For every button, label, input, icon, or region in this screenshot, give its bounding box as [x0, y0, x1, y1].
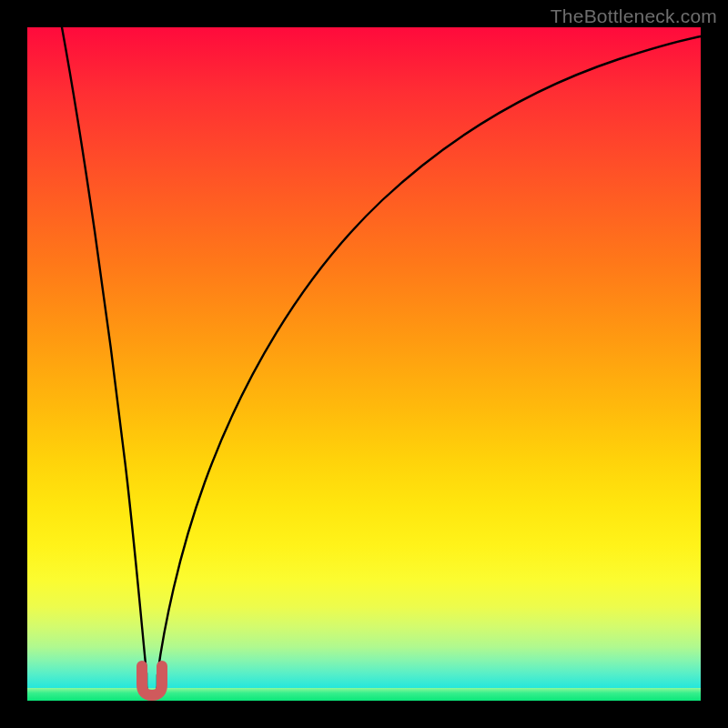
plot-area — [27, 27, 701, 701]
minimum-marker — [142, 666, 162, 695]
bottleneck-curve-svg — [27, 27, 701, 701]
outer-black-frame: TheBottleneck.com — [0, 0, 728, 728]
bottleneck-curve-path — [62, 27, 701, 693]
watermark-text: TheBottleneck.com — [551, 5, 717, 27]
